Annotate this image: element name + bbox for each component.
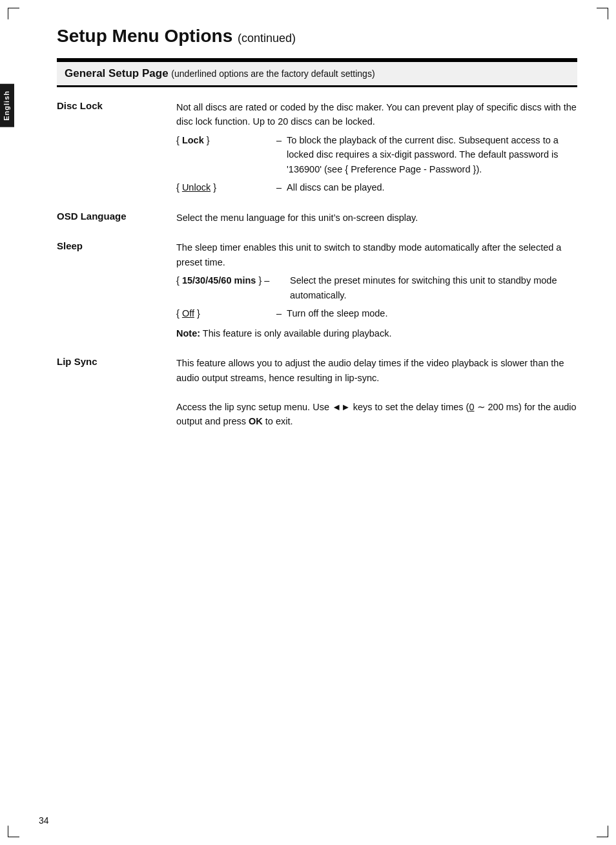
disc-lock-label: Disc Lock xyxy=(57,100,176,195)
corner-mark-tr xyxy=(597,8,608,19)
disc-lock-body: Not all discs are rated or coded by the … xyxy=(176,100,577,195)
option-desc-lock: To block the playback of the current dis… xyxy=(287,133,577,176)
page-title: Setup Menu Options (continued) xyxy=(57,26,577,47)
option-key-off: { Off } xyxy=(176,306,276,320)
option-desc-mins: Select the preset minutes for switching … xyxy=(290,273,577,302)
disc-lock-option-unlock: { Unlock } – All discs can be played. xyxy=(176,180,577,194)
disc-lock-option-lock: { Lock } – To block the playback of the … xyxy=(176,133,577,176)
disc-lock-intro: Not all discs are rated or coded by the … xyxy=(176,100,577,129)
page-number: 34 xyxy=(39,815,49,826)
option-desc-off: Turn off the sleep mode. xyxy=(287,306,577,320)
gsp-header: General Setup Page (underlined options a… xyxy=(57,60,577,87)
lip-sync-label: Lip Sync xyxy=(57,356,176,428)
option-desc-unlock: All discs can be played. xyxy=(287,180,577,194)
lip-sync-para2: Access the lip sync setup menu. Use ◄► k… xyxy=(176,400,577,429)
osd-language-body: Select the menu language for this unit’s… xyxy=(176,211,577,225)
page-title-continued: (continued) xyxy=(238,32,296,45)
lip-sync-body: This feature allows you to adjust the au… xyxy=(176,356,577,428)
corner-mark-br xyxy=(597,826,608,837)
section-osd-language: OSD Language Select the menu language fo… xyxy=(57,211,577,225)
lip-sync-intro: This feature allows you to adjust the au… xyxy=(176,356,577,385)
page-title-text: Setup Menu Options xyxy=(57,26,232,46)
section-sleep: Sleep The sleep timer enables this unit … xyxy=(57,240,577,340)
corner-mark-tl xyxy=(8,8,19,19)
osd-language-intro: Select the menu language for this unit’s… xyxy=(176,211,577,225)
language-tab: English xyxy=(0,84,14,127)
content-area: Disc Lock Not all discs are rated or cod… xyxy=(57,87,577,428)
sleep-option-off: { Off } – Turn off the sleep mode. xyxy=(176,306,577,320)
option-key-mins: { 15/30/45/60 mins } – xyxy=(176,273,286,287)
section-lip-sync: Lip Sync This feature allows you to adju… xyxy=(57,356,577,428)
sleep-intro: The sleep timer enables this unit to swi… xyxy=(176,240,577,269)
gsp-title: General Setup Page xyxy=(65,67,169,79)
option-key-unlock: { Unlock } xyxy=(176,180,276,194)
sleep-option-mins: { 15/30/45/60 mins } – Select the preset… xyxy=(176,273,577,302)
sleep-note: Note: This feature is only available dur… xyxy=(176,326,577,340)
osd-language-label: OSD Language xyxy=(57,211,176,225)
page-wrapper: English Setup Menu Options (continued) G… xyxy=(0,0,616,845)
option-key-lock: { Lock } xyxy=(176,133,276,147)
corner-mark-bl xyxy=(8,826,19,837)
sleep-body: The sleep timer enables this unit to swi… xyxy=(176,240,577,340)
gsp-subtitle: (underlined options are the factory defa… xyxy=(171,68,375,79)
sleep-label: Sleep xyxy=(57,240,176,340)
section-disc-lock: Disc Lock Not all discs are rated or cod… xyxy=(57,100,577,195)
